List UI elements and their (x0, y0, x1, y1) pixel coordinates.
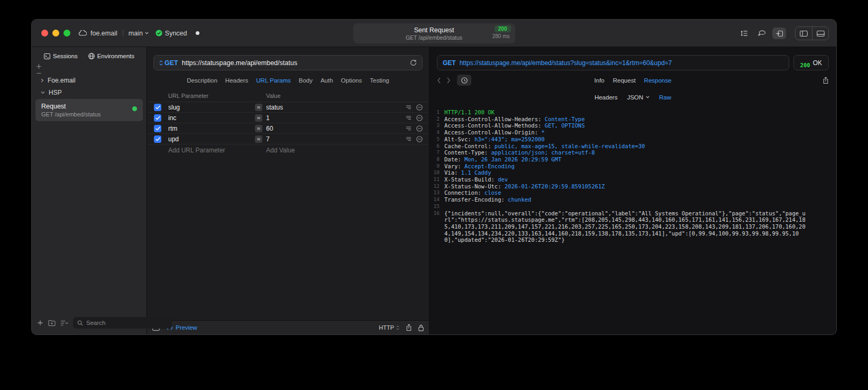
method-label: GET (165, 59, 178, 67)
back-button[interactable] (437, 77, 441, 84)
response-tab-info[interactable]: Info (595, 77, 605, 84)
sidebar-tab-sessions[interactable]: Sessions (44, 53, 78, 59)
response-method: GET (443, 59, 456, 67)
reorder-lines-icon[interactable] (406, 105, 412, 110)
lasso-icon (758, 30, 766, 37)
param-name[interactable]: inc (168, 114, 255, 122)
export-response-button[interactable] (823, 77, 829, 84)
param-checkbox[interactable] (154, 135, 161, 143)
equals-icon (255, 104, 262, 111)
tree-item-foe-email[interactable]: Foe.email (32, 74, 147, 86)
param-checkbox[interactable] (154, 125, 161, 132)
line-number: 16 (430, 210, 444, 244)
response-request-line[interactable]: GET https://statuspage.me/api/embed/stat… (437, 55, 789, 70)
param-name[interactable]: upd (168, 135, 255, 143)
remove-param-button[interactable] (416, 115, 423, 121)
params-rows: slugstatusinc1rtm60upd7 (147, 102, 429, 144)
editor-tab-testing[interactable]: Testing (370, 77, 389, 84)
param-value[interactable]: 7 (266, 135, 270, 143)
history-button[interactable] (457, 75, 471, 86)
url-field[interactable]: GET https://statuspage.me/api/embed/stat… (153, 55, 423, 70)
editor-tab-options[interactable]: Options (341, 77, 362, 84)
editor-tab-auth[interactable]: Auth (321, 77, 333, 84)
param-column-header: URL Parameter (168, 93, 255, 99)
remove-param-button[interactable] (416, 104, 423, 111)
method-selector[interactable]: GET (159, 59, 178, 67)
line-number: 7 (430, 149, 444, 156)
sidebar-tab-environments[interactable]: Environments (88, 53, 134, 59)
cloud-icon (78, 30, 87, 36)
search-input[interactable] (86, 320, 168, 326)
compare-button[interactable] (737, 28, 751, 39)
param-value[interactable]: status (266, 104, 283, 111)
chevron-right-icon (41, 78, 44, 83)
add-value-placeholder[interactable]: Add Value (255, 147, 429, 154)
resend-button[interactable] (410, 59, 417, 66)
toggle-left-panel-button[interactable] (796, 27, 812, 40)
line-number: 12 (430, 183, 444, 190)
new-group-button[interactable] (48, 320, 56, 326)
params-table-header: URL Parameter Value (147, 90, 429, 102)
param-row: inc1 (147, 113, 429, 123)
editor-tab-headers[interactable]: Headers (225, 77, 248, 84)
new-request-button[interactable] (37, 320, 43, 326)
param-row: rtm60 (147, 123, 429, 134)
view-options-button[interactable] (60, 320, 68, 326)
chevron-down-icon (41, 91, 45, 94)
code-line: 1HTTP/1.1 200 OK (430, 109, 836, 116)
terminal-icon (44, 53, 50, 59)
line-text: {"incidents":null,"overall":{"code":"ope… (444, 210, 836, 244)
request-item-subtitle: GET /api/embed/status (41, 111, 137, 117)
share-button[interactable] (406, 324, 412, 331)
tree-item-hsp[interactable]: HSP (32, 86, 147, 98)
zoom-window-button[interactable] (63, 30, 70, 37)
editor-tabs: DescriptionHeadersURL ParamsBodyAuthOpti… (147, 70, 429, 90)
response-code[interactable]: 1HTTP/1.1 200 OK2Access-Control-Allow-He… (430, 104, 836, 334)
close-window-button[interactable] (41, 30, 48, 37)
remove-param-button[interactable] (416, 125, 423, 132)
code-line: 16{"incidents":null,"overall":{"code":"o… (430, 210, 836, 244)
protocol-selector[interactable]: HTTP (379, 324, 399, 331)
code-line: 14Transfer-Encoding: chunked (430, 196, 836, 203)
param-name[interactable]: slug (168, 104, 255, 111)
toggle-bottom-panel-button[interactable] (812, 27, 828, 40)
request-status-pill[interactable]: Sent Request GET /api/embed/status 200 2… (353, 23, 515, 43)
param-checkbox[interactable] (154, 104, 161, 111)
remove-item-button[interactable] (36, 72, 42, 75)
remove-param-button[interactable] (416, 136, 423, 142)
param-checkbox[interactable] (154, 114, 161, 122)
editor-tab-description[interactable]: Description (187, 77, 217, 84)
editor-footer: Preview HTTP (147, 320, 429, 334)
response-tab-request[interactable]: Request (613, 77, 636, 84)
window-controls (41, 30, 70, 37)
request-list-item[interactable]: Request GET /api/embed/status (35, 99, 143, 121)
add-param-placeholder[interactable]: Add URL Parameter (168, 147, 255, 154)
reorder-lines-icon[interactable] (406, 116, 412, 120)
line-text: Access-Control-Allow-Methods: GET, OPTIO… (444, 122, 836, 129)
view-tab-raw[interactable]: Raw (659, 94, 671, 101)
param-value[interactable]: 60 (266, 125, 273, 132)
line-number: 2 (430, 116, 444, 123)
branch-selector[interactable]: main (129, 30, 149, 37)
lock-button[interactable] (418, 324, 424, 331)
line-number: 6 (430, 143, 444, 150)
view-tab-json[interactable]: JSON (627, 94, 650, 101)
add-param-row[interactable]: Add URL Parameter Add Value (147, 144, 429, 156)
minimize-window-button[interactable] (52, 30, 59, 37)
line-number: 4 (430, 129, 444, 136)
lasso-button[interactable] (755, 28, 769, 39)
sidebar-search[interactable] (73, 317, 172, 329)
reorder-lines-icon[interactable] (406, 137, 412, 141)
forward-button[interactable] (446, 77, 451, 84)
preview-label: Preview (176, 324, 197, 331)
request-url[interactable]: https://statuspage.me/api/embed/status (182, 59, 406, 67)
reorder-lines-icon[interactable] (406, 126, 412, 131)
editor-tab-url-params[interactable]: URL Params (256, 77, 290, 84)
add-item-button[interactable] (36, 64, 42, 69)
response-tab-response[interactable]: Response (644, 77, 672, 84)
view-tab-headers[interactable]: Headers (595, 94, 617, 101)
param-name[interactable]: rtm (168, 125, 255, 132)
param-value[interactable]: 1 (266, 114, 270, 122)
import-window-button[interactable] (772, 28, 786, 39)
editor-tab-body[interactable]: Body (299, 77, 313, 84)
